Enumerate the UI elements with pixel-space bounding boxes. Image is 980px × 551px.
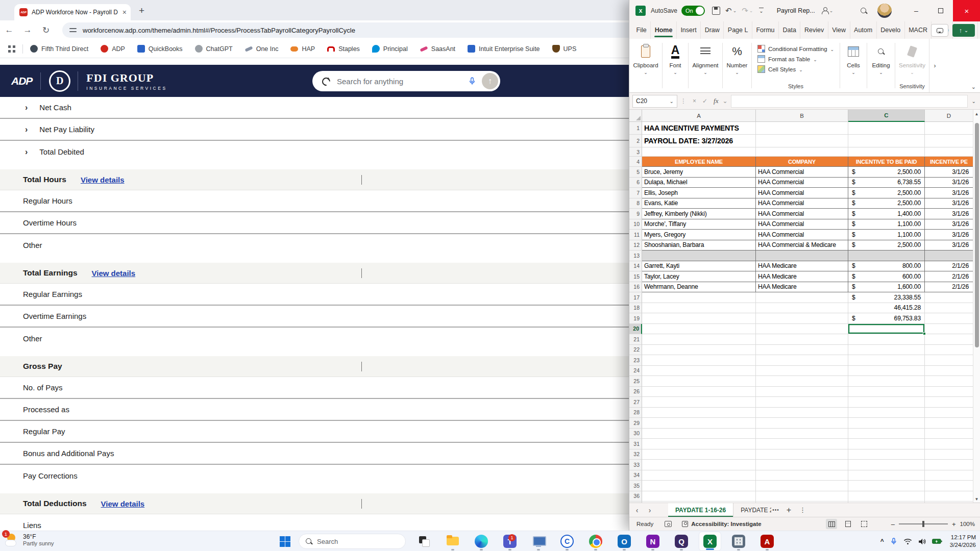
cell-c15[interactable]: $600.00 [848, 271, 925, 282]
cell-d20[interactable] [925, 324, 973, 335]
column-header-a[interactable]: A [642, 110, 756, 122]
cell-c2[interactable] [848, 135, 925, 147]
row-header-14[interactable]: 14 [629, 261, 642, 272]
row-header-36[interactable]: 36 [629, 491, 642, 502]
cell-d28[interactable] [925, 408, 973, 418]
cell-d22[interactable] [925, 345, 973, 356]
taskbar-search[interactable]: Search [299, 534, 406, 549]
header-cell-company[interactable]: COMPANY [756, 157, 848, 167]
row-header-2[interactable]: 2 [629, 135, 642, 147]
row-header-11[interactable]: 11 [629, 230, 642, 240]
taskbar-acrobat[interactable]: A [756, 532, 778, 551]
row-header-6[interactable]: 6 [629, 178, 642, 188]
cell-d13[interactable] [925, 251, 973, 261]
cell-d27[interactable] [925, 397, 973, 408]
zoom-level[interactable]: 100% [960, 521, 975, 527]
cell-d12[interactable]: 3/1/26 [925, 240, 973, 251]
cell-b24[interactable] [756, 366, 848, 377]
number-group[interactable]: % Number ⌄ [723, 39, 751, 92]
cell-b20[interactable] [756, 324, 848, 335]
cell-b25[interactable] [756, 376, 848, 387]
cell-d14[interactable]: 2/1/26 [925, 261, 973, 272]
cell-a21[interactable] [642, 334, 756, 345]
taskbar-remote-desktop[interactable] [527, 532, 550, 551]
cell-c18[interactable]: 46,415.28 [848, 303, 925, 314]
bookmark-quickbooks[interactable]: QuickBooks [137, 45, 183, 53]
cell-d29[interactable] [925, 418, 973, 429]
cell-c17[interactable]: $23,338.55 [848, 292, 925, 303]
cell-a17[interactable] [642, 292, 756, 303]
bookmark-ups[interactable]: UPS [552, 45, 577, 53]
cell-b17[interactable] [756, 292, 848, 303]
forward-icon[interactable]: → [18, 25, 37, 35]
taskbar-task-view[interactable] [413, 532, 435, 551]
zoom-out-button[interactable]: – [891, 520, 895, 528]
bookmark-one-inc[interactable]: One Inc [245, 45, 279, 53]
cell-c3[interactable] [848, 147, 925, 157]
row-header-15[interactable]: 15 [629, 271, 642, 282]
header-cell-employee-name[interactable]: EMPLOYEE NAME [642, 157, 756, 167]
cell-c26[interactable] [848, 387, 925, 397]
cell-a25[interactable] [642, 376, 756, 387]
bookmark-chatgpt[interactable]: ChatGPT [195, 45, 233, 53]
bookmark-intuit-enterprise-suite[interactable]: Intuit Enterprise Suite [468, 45, 540, 53]
row-header-8[interactable]: 8 [629, 198, 642, 209]
cell-c27[interactable] [848, 397, 925, 408]
cell-d31[interactable] [925, 439, 973, 449]
taskbar-file-explorer[interactable] [442, 532, 464, 551]
browser-tab[interactable]: ADP ADP Workforce Now - Payroll D × [14, 4, 131, 20]
cell-a8[interactable]: Evans, Katie [642, 198, 756, 209]
cell-b36[interactable] [756, 491, 848, 502]
cell-a5[interactable]: Bruce, Jeremy [642, 167, 756, 178]
cell-d36[interactable] [925, 491, 973, 502]
taskbar-excel[interactable]: X [699, 532, 721, 551]
row-header-29[interactable]: 29 [629, 418, 642, 429]
cell-d8[interactable]: 3/1/26 [925, 198, 973, 209]
cell-d3[interactable] [925, 147, 973, 157]
cell-c23[interactable] [848, 355, 925, 366]
row-header-28[interactable]: 28 [629, 408, 642, 418]
ribbon-tab-view[interactable]: View [828, 21, 850, 39]
cell-a3[interactable] [642, 147, 756, 157]
share-person-icon[interactable] [821, 7, 828, 14]
cell-b26[interactable] [756, 387, 848, 397]
cell-a11[interactable]: Myers, Gregory [642, 230, 756, 240]
taskbar-quick-assist[interactable]: Q [670, 532, 693, 551]
ribbon-more-button[interactable]: › [929, 39, 940, 92]
row-header-13[interactable]: 13 [629, 251, 642, 261]
cell-a26[interactable] [642, 387, 756, 397]
volume-icon[interactable] [918, 538, 926, 545]
normal-view-button[interactable] [826, 519, 837, 529]
cell-c32[interactable] [848, 449, 925, 460]
cell-c29[interactable] [848, 418, 925, 429]
row-header-5[interactable]: 5 [629, 167, 642, 178]
row-header-22[interactable]: 22 [629, 345, 642, 356]
cell-b32[interactable] [756, 449, 848, 460]
name-box[interactable]: C20 ⌄ [632, 95, 677, 108]
cell-b11[interactable]: HAA Commercial [756, 230, 848, 240]
workbook-title[interactable]: Payroll Rep... [777, 7, 815, 14]
macro-record-icon[interactable] [665, 521, 672, 527]
header-cell-incentive-pe[interactable]: INCENTIVE PE [925, 157, 973, 167]
cell-a29[interactable] [642, 418, 756, 429]
cell-a27[interactable] [642, 397, 756, 408]
cell-b8[interactable]: HAA Commercial [756, 198, 848, 209]
ribbon-tab-autom[interactable]: Autom [850, 21, 877, 39]
start-button[interactable] [280, 536, 290, 547]
formula-input[interactable] [731, 95, 968, 108]
cell-d9[interactable]: 3/1/26 [925, 209, 973, 219]
cell-c36[interactable] [848, 491, 925, 502]
cell-d5[interactable]: 3/1/26 [925, 167, 973, 178]
row-header-19[interactable]: 19 [629, 313, 642, 324]
row-header-21[interactable]: 21 [629, 334, 642, 345]
fill-handle[interactable] [923, 332, 926, 335]
format-as-table-button[interactable]: Format as Table ⌄ [757, 55, 817, 63]
cell-a10[interactable]: Morche', Tiffany [642, 219, 756, 230]
cell-c34[interactable] [848, 470, 925, 481]
cell-b30[interactable] [756, 429, 848, 439]
row-header-10[interactable]: 10 [629, 219, 642, 230]
cell-d18[interactable] [925, 303, 973, 314]
apps-grid-icon[interactable] [8, 45, 15, 53]
cell-a13[interactable] [642, 251, 756, 261]
clipboard-group[interactable]: Clipboard ⌄ [629, 39, 662, 92]
